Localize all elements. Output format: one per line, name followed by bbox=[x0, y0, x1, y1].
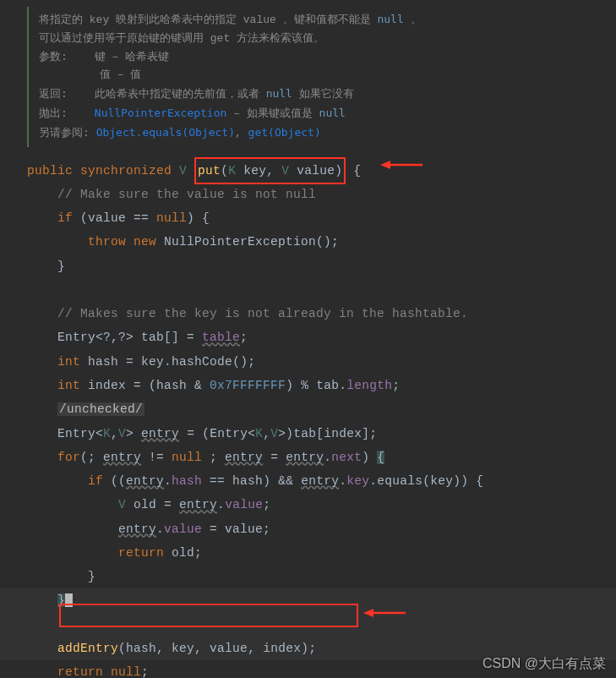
doc-throws: 抛出: NullPointerException – 如果键或值是 null bbox=[39, 105, 616, 123]
code-block[interactable]: public synchronized V put(K key, V value… bbox=[0, 154, 616, 678]
code-line[interactable]: V old = entry.value; bbox=[27, 493, 616, 517]
code-line[interactable]: // Make sure the value is not null bbox=[27, 183, 616, 206]
code-line[interactable]: for(; entry != null ; entry = entry.next… bbox=[27, 446, 616, 469]
code-line[interactable]: Entry<K,V> entry = (Entry<K,V>)tab[index… bbox=[27, 422, 616, 446]
doc-params: 参数: 键 – 哈希表键 bbox=[39, 49, 616, 67]
code-line[interactable] bbox=[27, 278, 616, 302]
javadoc-block: 将指定的 key 映射到此哈希表中的指定 value 。键和值都不能是 null… bbox=[27, 7, 616, 147]
code-line[interactable]: entry.value = value; bbox=[27, 517, 616, 541]
code-line[interactable]: } bbox=[27, 254, 616, 278]
code-line[interactable]: int index = (hash & 0x7FFFFFFF) % tab.le… bbox=[27, 374, 616, 397]
code-line[interactable]: throw new NullPointerException(); bbox=[27, 230, 616, 254]
code-line[interactable]: if (value == null) { bbox=[27, 206, 616, 230]
code-line[interactable]: int hash = key.hashCode(); bbox=[27, 350, 616, 374]
code-line[interactable]: } bbox=[27, 565, 616, 588]
doc-returns: 返回: 此哈希表中指定键的先前值，或者 null 如果它没有 bbox=[39, 85, 616, 104]
code-line[interactable]: public synchronized V put(K key, V value… bbox=[27, 159, 616, 183]
watermark: CSDN @大白有点菜 bbox=[482, 655, 606, 673]
code-line[interactable]: } bbox=[0, 588, 616, 612]
code-line[interactable]: if ((entry.hash == hash) && entry.key.eq… bbox=[27, 469, 616, 493]
doc-desc-1: 将指定的 key 映射到此哈希表中的指定 value 。键和值都不能是 null… bbox=[39, 11, 616, 30]
doc-see: 另请参阅: Object.equals(Object), get(Object) bbox=[39, 124, 616, 143]
doc-params-2: 值 – 值 bbox=[39, 67, 616, 85]
code-viewer: 将指定的 key 映射到此哈希表中的指定 value 。键和值都不能是 null… bbox=[0, 7, 616, 678]
code-line[interactable]: /unchecked/ bbox=[27, 397, 616, 421]
code-line[interactable]: // Makes sure the key is not already in … bbox=[27, 302, 616, 325]
doc-desc-2: 可以通过使用等于原始键的键调用 get 方法来检索该值。 bbox=[39, 30, 616, 48]
code-line[interactable] bbox=[0, 613, 616, 637]
code-line[interactable]: Entry<?,?> tab[] = table; bbox=[27, 325, 616, 349]
code-line[interactable]: return old; bbox=[27, 541, 616, 565]
